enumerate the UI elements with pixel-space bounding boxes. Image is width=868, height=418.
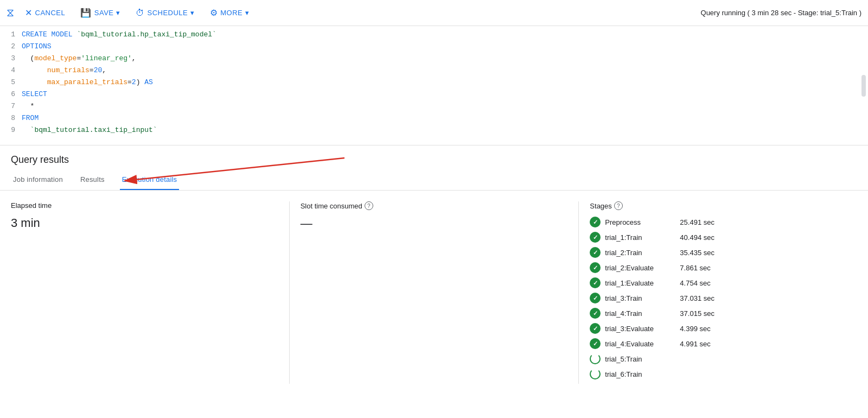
stage-name: trial_2:Evaluate <box>605 264 675 272</box>
stage-row: trial_1:Train40.494 sec <box>590 232 846 243</box>
cancel-icon: ✕ <box>25 8 33 18</box>
stage-done-icon <box>590 217 601 227</box>
slot-time-value: — <box>301 217 557 231</box>
stage-done-icon <box>590 262 601 273</box>
stage-done-icon <box>590 293 601 303</box>
stage-done-icon <box>590 277 601 288</box>
slot-time-col: Slot time consumed ? — <box>301 201 568 384</box>
stages-help-icon[interactable]: ? <box>614 201 623 210</box>
toolbar: ⧖ ✕ CANCEL 💾 SAVE ▾ ⏱ SCHEDULE ▾ ⚙ MORE … <box>0 0 868 26</box>
code-line-7: 7 * <box>0 102 868 114</box>
slot-time-header: Slot time consumed ? <box>301 201 557 210</box>
tab-job-information[interactable]: Job information <box>11 170 65 190</box>
cancel-label: CANCEL <box>35 9 66 17</box>
code-line-9: 9 `bqml_tutorial.taxi_tip_input` <box>0 126 868 138</box>
stage-done-icon <box>590 323 601 334</box>
stages-list: Preprocess25.491 sectrial_1:Train40.494 … <box>590 217 846 379</box>
save-dropdown-icon: ▾ <box>116 9 120 17</box>
stage-time: 40.494 sec <box>680 233 714 242</box>
stage-time: 4.754 sec <box>680 279 710 287</box>
query-status: Query running ( 3 min 28 sec - Stage: tr… <box>701 9 861 17</box>
stage-name: trial_4:Train <box>605 309 675 318</box>
stage-done-icon <box>590 232 601 243</box>
col-divider-1 <box>289 201 290 384</box>
stage-name: trial_3:Train <box>605 294 675 302</box>
stage-name: Preprocess <box>605 218 675 226</box>
stage-done-icon <box>590 247 601 258</box>
stage-running-icon <box>590 369 601 379</box>
schedule-label: SCHEDULE <box>147 9 188 17</box>
loading-spinner: ⧖ <box>7 7 14 19</box>
code-line-8: 8 FROM <box>0 114 868 126</box>
stage-name: trial_1:Train <box>605 233 675 242</box>
tab-results[interactable]: Results <box>78 170 107 190</box>
stage-row: trial_3:Evaluate4.399 sec <box>590 323 846 334</box>
stage-row: trial_4:Train37.015 sec <box>590 308 846 319</box>
schedule-button[interactable]: ⏱ SCHEDULE ▾ <box>129 5 201 21</box>
elapsed-time-value: 3 min <box>11 216 267 230</box>
code-editor: 1 CREATE MODEL `bqml_tutorial.hp_taxi_ti… <box>0 26 868 145</box>
stage-name: trial_5:Train <box>605 355 675 363</box>
more-icon: ⚙ <box>210 8 218 18</box>
stage-row: trial_5:Train <box>590 353 846 364</box>
stage-name: trial_3:Evaluate <box>605 325 675 333</box>
save-icon: 💾 <box>80 8 92 18</box>
stage-row: trial_2:Evaluate7.861 sec <box>590 262 846 273</box>
stages-col: Stages ? Preprocess25.491 sectrial_1:Tra… <box>590 201 857 384</box>
stage-row: Preprocess25.491 sec <box>590 217 846 227</box>
stage-done-icon <box>590 338 601 349</box>
stage-time: 4.991 sec <box>680 340 710 348</box>
save-label: SAVE <box>94 9 114 17</box>
stage-time: 37.015 sec <box>680 309 714 318</box>
stage-name: trial_2:Train <box>605 249 675 257</box>
elapsed-time-col: Elapsed time 3 min <box>11 201 278 384</box>
code-line-1: 1 CREATE MODEL `bqml_tutorial.hp_taxi_ti… <box>0 30 868 42</box>
code-line-2: 2 OPTIONS <box>0 42 868 54</box>
code-line-6: 6 SELECT <box>0 90 868 102</box>
save-button[interactable]: 💾 SAVE ▾ <box>74 4 127 21</box>
tabs-container: Job information Results Execution detail… <box>0 170 868 191</box>
stage-row: trial_1:Evaluate4.754 sec <box>590 277 846 288</box>
slot-time-help-icon[interactable]: ? <box>365 201 373 210</box>
tab-execution-details[interactable]: Execution details <box>120 170 180 190</box>
stage-row: trial_3:Train37.031 sec <box>590 293 846 303</box>
more-label: MORE <box>220 9 242 17</box>
stage-time: 4.399 sec <box>680 325 710 333</box>
stage-name: trial_1:Evaluate <box>605 279 675 287</box>
more-dropdown-icon: ▾ <box>245 9 250 17</box>
code-line-5: 5 max_parallel_trials=2) AS <box>0 78 868 90</box>
code-line-4: 4 num_trials=20, <box>0 66 868 78</box>
query-results-title: Query results <box>0 145 868 170</box>
more-button[interactable]: ⚙ MORE ▾ <box>203 4 256 21</box>
scroll-indicator <box>861 75 866 97</box>
stages-header: Stages ? <box>590 201 846 210</box>
stage-done-icon <box>590 308 601 319</box>
stage-name: trial_4:Evaluate <box>605 340 675 348</box>
stage-time: 37.031 sec <box>680 294 714 302</box>
execution-details-panel: Elapsed time 3 min Slot time consumed ? … <box>0 191 868 384</box>
schedule-icon: ⏱ <box>136 8 145 18</box>
stage-row: trial_4:Evaluate4.991 sec <box>590 338 846 349</box>
stage-time: 7.861 sec <box>680 264 710 272</box>
tabs-bar: Job information Results Execution detail… <box>0 170 868 191</box>
code-line-3: 3 (model_type='linear_reg', <box>0 54 868 66</box>
cancel-button[interactable]: ✕ CANCEL <box>18 4 72 21</box>
col-divider-2 <box>578 201 579 384</box>
stage-time: 25.491 sec <box>680 218 714 226</box>
schedule-dropdown-icon: ▾ <box>190 9 195 17</box>
stage-row: trial_6:Train <box>590 369 846 379</box>
stage-running-icon <box>590 353 601 364</box>
stage-row: trial_2:Train35.435 sec <box>590 247 846 258</box>
stage-name: trial_6:Train <box>605 370 675 378</box>
stage-time: 35.435 sec <box>680 249 714 257</box>
elapsed-time-header: Elapsed time <box>11 201 267 210</box>
